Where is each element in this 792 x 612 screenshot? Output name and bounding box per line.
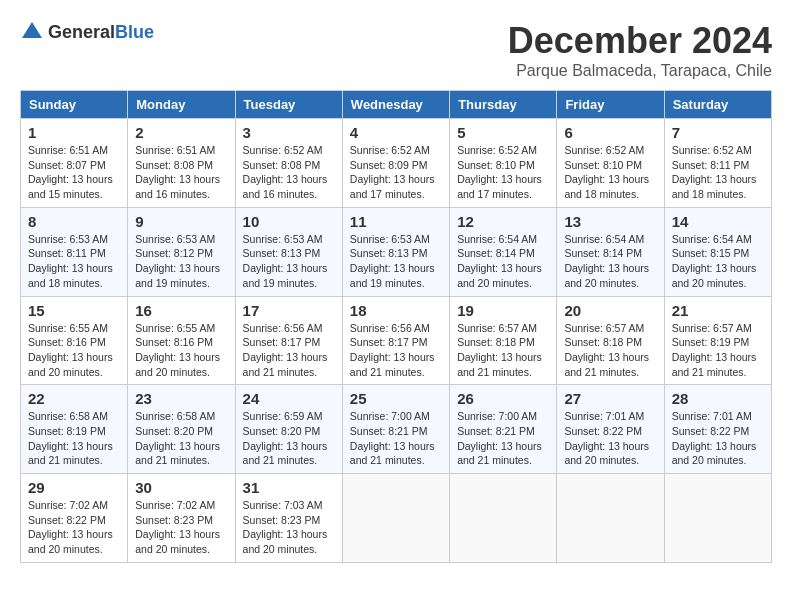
day-number: 13 (564, 213, 656, 230)
calendar-cell: 2Sunrise: 6:51 AMSunset: 8:08 PMDaylight… (128, 119, 235, 208)
day-info: Sunrise: 6:58 AMSunset: 8:19 PMDaylight:… (28, 409, 120, 468)
calendar-cell (342, 474, 449, 563)
day-info: Sunrise: 6:53 AMSunset: 8:11 PMDaylight:… (28, 232, 120, 291)
logo-blue: Blue (115, 22, 154, 42)
col-header-monday: Monday (128, 91, 235, 119)
day-info: Sunrise: 6:52 AMSunset: 8:09 PMDaylight:… (350, 143, 442, 202)
calendar-cell: 31Sunrise: 7:03 AMSunset: 8:23 PMDayligh… (235, 474, 342, 563)
day-number: 21 (672, 302, 764, 319)
day-info: Sunrise: 6:57 AMSunset: 8:18 PMDaylight:… (457, 321, 549, 380)
day-number: 11 (350, 213, 442, 230)
calendar-cell: 27Sunrise: 7:01 AMSunset: 8:22 PMDayligh… (557, 385, 664, 474)
day-info: Sunrise: 6:53 AMSunset: 8:13 PMDaylight:… (243, 232, 335, 291)
day-number: 9 (135, 213, 227, 230)
calendar-cell: 6Sunrise: 6:52 AMSunset: 8:10 PMDaylight… (557, 119, 664, 208)
day-info: Sunrise: 7:02 AMSunset: 8:22 PMDaylight:… (28, 498, 120, 557)
calendar-cell: 18Sunrise: 6:56 AMSunset: 8:17 PMDayligh… (342, 296, 449, 385)
calendar-cell: 11Sunrise: 6:53 AMSunset: 8:13 PMDayligh… (342, 207, 449, 296)
calendar-cell: 22Sunrise: 6:58 AMSunset: 8:19 PMDayligh… (21, 385, 128, 474)
calendar-cell: 7Sunrise: 6:52 AMSunset: 8:11 PMDaylight… (664, 119, 771, 208)
day-info: Sunrise: 7:00 AMSunset: 8:21 PMDaylight:… (457, 409, 549, 468)
calendar-week-5: 29Sunrise: 7:02 AMSunset: 8:22 PMDayligh… (21, 474, 772, 563)
day-number: 22 (28, 390, 120, 407)
day-number: 26 (457, 390, 549, 407)
calendar-cell: 21Sunrise: 6:57 AMSunset: 8:19 PMDayligh… (664, 296, 771, 385)
location: Parque Balmaceda, Tarapaca, Chile (508, 62, 772, 80)
day-info: Sunrise: 6:55 AMSunset: 8:16 PMDaylight:… (28, 321, 120, 380)
calendar-table: SundayMondayTuesdayWednesdayThursdayFrid… (20, 90, 772, 563)
day-number: 10 (243, 213, 335, 230)
calendar-week-1: 1Sunrise: 6:51 AMSunset: 8:07 PMDaylight… (21, 119, 772, 208)
day-info: Sunrise: 6:53 AMSunset: 8:12 PMDaylight:… (135, 232, 227, 291)
day-info: Sunrise: 6:56 AMSunset: 8:17 PMDaylight:… (243, 321, 335, 380)
calendar-week-4: 22Sunrise: 6:58 AMSunset: 8:19 PMDayligh… (21, 385, 772, 474)
calendar-cell: 8Sunrise: 6:53 AMSunset: 8:11 PMDaylight… (21, 207, 128, 296)
day-number: 30 (135, 479, 227, 496)
day-number: 1 (28, 124, 120, 141)
calendar-cell (664, 474, 771, 563)
calendar-cell: 26Sunrise: 7:00 AMSunset: 8:21 PMDayligh… (450, 385, 557, 474)
calendar-cell: 23Sunrise: 6:58 AMSunset: 8:20 PMDayligh… (128, 385, 235, 474)
day-number: 6 (564, 124, 656, 141)
month-title: December 2024 (508, 20, 772, 62)
day-info: Sunrise: 6:58 AMSunset: 8:20 PMDaylight:… (135, 409, 227, 468)
calendar-cell (557, 474, 664, 563)
page-header: GeneralBlue December 2024 Parque Balmace… (20, 20, 772, 80)
day-info: Sunrise: 6:54 AMSunset: 8:14 PMDaylight:… (457, 232, 549, 291)
col-header-wednesday: Wednesday (342, 91, 449, 119)
calendar-cell: 3Sunrise: 6:52 AMSunset: 8:08 PMDaylight… (235, 119, 342, 208)
day-number: 29 (28, 479, 120, 496)
calendar-cell: 19Sunrise: 6:57 AMSunset: 8:18 PMDayligh… (450, 296, 557, 385)
calendar-cell: 16Sunrise: 6:55 AMSunset: 8:16 PMDayligh… (128, 296, 235, 385)
calendar-cell: 20Sunrise: 6:57 AMSunset: 8:18 PMDayligh… (557, 296, 664, 385)
calendar-cell: 24Sunrise: 6:59 AMSunset: 8:20 PMDayligh… (235, 385, 342, 474)
calendar-cell: 12Sunrise: 6:54 AMSunset: 8:14 PMDayligh… (450, 207, 557, 296)
calendar-cell: 15Sunrise: 6:55 AMSunset: 8:16 PMDayligh… (21, 296, 128, 385)
day-number: 15 (28, 302, 120, 319)
day-number: 3 (243, 124, 335, 141)
col-header-friday: Friday (557, 91, 664, 119)
logo: GeneralBlue (20, 20, 154, 44)
calendar-week-3: 15Sunrise: 6:55 AMSunset: 8:16 PMDayligh… (21, 296, 772, 385)
day-number: 24 (243, 390, 335, 407)
day-info: Sunrise: 6:51 AMSunset: 8:08 PMDaylight:… (135, 143, 227, 202)
calendar-cell: 28Sunrise: 7:01 AMSunset: 8:22 PMDayligh… (664, 385, 771, 474)
calendar-cell: 10Sunrise: 6:53 AMSunset: 8:13 PMDayligh… (235, 207, 342, 296)
calendar-cell: 9Sunrise: 6:53 AMSunset: 8:12 PMDaylight… (128, 207, 235, 296)
day-number: 16 (135, 302, 227, 319)
day-info: Sunrise: 6:57 AMSunset: 8:18 PMDaylight:… (564, 321, 656, 380)
day-info: Sunrise: 6:54 AMSunset: 8:14 PMDaylight:… (564, 232, 656, 291)
day-info: Sunrise: 6:59 AMSunset: 8:20 PMDaylight:… (243, 409, 335, 468)
day-number: 27 (564, 390, 656, 407)
calendar-cell: 30Sunrise: 7:02 AMSunset: 8:23 PMDayligh… (128, 474, 235, 563)
day-info: Sunrise: 7:01 AMSunset: 8:22 PMDaylight:… (564, 409, 656, 468)
day-info: Sunrise: 6:52 AMSunset: 8:10 PMDaylight:… (564, 143, 656, 202)
calendar-cell: 1Sunrise: 6:51 AMSunset: 8:07 PMDaylight… (21, 119, 128, 208)
day-number: 7 (672, 124, 764, 141)
day-number: 5 (457, 124, 549, 141)
day-number: 12 (457, 213, 549, 230)
calendar-cell: 25Sunrise: 7:00 AMSunset: 8:21 PMDayligh… (342, 385, 449, 474)
day-info: Sunrise: 7:02 AMSunset: 8:23 PMDaylight:… (135, 498, 227, 557)
day-number: 20 (564, 302, 656, 319)
calendar-cell: 13Sunrise: 6:54 AMSunset: 8:14 PMDayligh… (557, 207, 664, 296)
calendar-cell: 14Sunrise: 6:54 AMSunset: 8:15 PMDayligh… (664, 207, 771, 296)
day-number: 8 (28, 213, 120, 230)
day-number: 25 (350, 390, 442, 407)
day-info: Sunrise: 6:56 AMSunset: 8:17 PMDaylight:… (350, 321, 442, 380)
calendar-cell: 29Sunrise: 7:02 AMSunset: 8:22 PMDayligh… (21, 474, 128, 563)
col-header-sunday: Sunday (21, 91, 128, 119)
day-number: 23 (135, 390, 227, 407)
calendar-cell: 5Sunrise: 6:52 AMSunset: 8:10 PMDaylight… (450, 119, 557, 208)
col-header-thursday: Thursday (450, 91, 557, 119)
calendar-cell: 4Sunrise: 6:52 AMSunset: 8:09 PMDaylight… (342, 119, 449, 208)
day-number: 2 (135, 124, 227, 141)
day-info: Sunrise: 6:52 AMSunset: 8:08 PMDaylight:… (243, 143, 335, 202)
col-header-tuesday: Tuesday (235, 91, 342, 119)
day-number: 28 (672, 390, 764, 407)
day-info: Sunrise: 6:52 AMSunset: 8:11 PMDaylight:… (672, 143, 764, 202)
day-info: Sunrise: 7:00 AMSunset: 8:21 PMDaylight:… (350, 409, 442, 468)
title-block: December 2024 Parque Balmaceda, Tarapaca… (508, 20, 772, 80)
calendar-week-2: 8Sunrise: 6:53 AMSunset: 8:11 PMDaylight… (21, 207, 772, 296)
day-number: 14 (672, 213, 764, 230)
